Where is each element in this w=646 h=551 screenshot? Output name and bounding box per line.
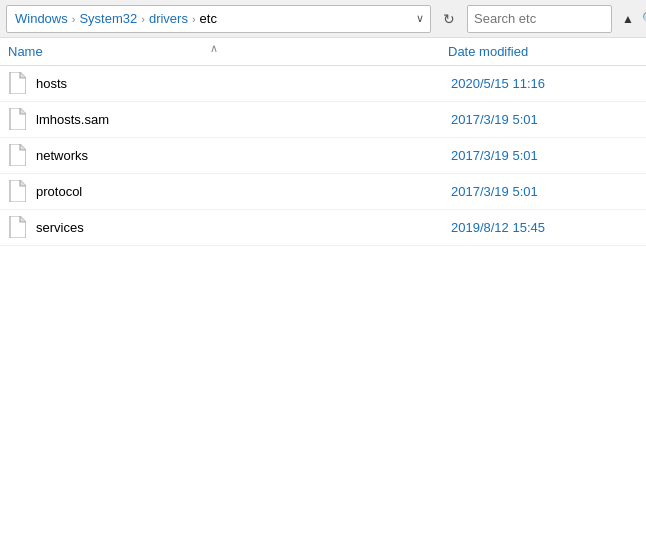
table-row[interactable]: lmhosts.sam2017/3/19 5:01 bbox=[0, 102, 646, 138]
column-date-header[interactable]: Date modified bbox=[448, 44, 528, 59]
file-name: networks bbox=[36, 148, 451, 163]
file-list: hosts2020/5/15 11:16 lmhosts.sam2017/3/1… bbox=[0, 66, 646, 246]
file-date: 2020/5/15 11:16 bbox=[451, 76, 545, 91]
breadcrumb-etc: etc bbox=[198, 11, 219, 26]
file-name: lmhosts.sam bbox=[36, 112, 451, 127]
search-icon: 🔍 bbox=[642, 11, 646, 26]
table-row[interactable]: networks2017/3/19 5:01 bbox=[0, 138, 646, 174]
file-icon bbox=[8, 180, 28, 204]
sort-arrow-icon: ∧ bbox=[210, 42, 218, 55]
table-row[interactable]: hosts2020/5/15 11:16 bbox=[0, 66, 646, 102]
table-row[interactable]: services2019/8/12 15:45 bbox=[0, 210, 646, 246]
collapse-button[interactable]: ▲ bbox=[616, 7, 640, 31]
file-name: hosts bbox=[36, 76, 451, 91]
file-date: 2017/3/19 5:01 bbox=[451, 184, 538, 199]
file-date: 2019/8/12 15:45 bbox=[451, 220, 545, 235]
dropdown-icon[interactable]: ∨ bbox=[416, 12, 424, 25]
column-header: ∧ Name Date modified bbox=[0, 38, 646, 66]
breadcrumb-windows[interactable]: Windows bbox=[13, 11, 70, 26]
file-name: protocol bbox=[36, 184, 451, 199]
breadcrumb-drivers[interactable]: drivers bbox=[147, 11, 190, 26]
column-name-header[interactable]: Name bbox=[8, 44, 448, 59]
file-icon bbox=[8, 72, 28, 96]
search-box: 🔍 bbox=[467, 5, 612, 33]
file-icon bbox=[8, 144, 28, 168]
table-row[interactable]: protocol2017/3/19 5:01 bbox=[0, 174, 646, 210]
file-date: 2017/3/19 5:01 bbox=[451, 148, 538, 163]
breadcrumb-sep-2: › bbox=[141, 13, 145, 25]
file-icon bbox=[8, 216, 28, 240]
top-bar: Windows › System32 › drivers › etc ∨ ↻ 🔍… bbox=[0, 0, 646, 38]
breadcrumb-system32[interactable]: System32 bbox=[77, 11, 139, 26]
refresh-button[interactable]: ↻ bbox=[437, 7, 461, 31]
breadcrumb-sep-1: › bbox=[72, 13, 76, 25]
breadcrumb-area: Windows › System32 › drivers › etc ∨ bbox=[6, 5, 431, 33]
file-date: 2017/3/19 5:01 bbox=[451, 112, 538, 127]
file-icon bbox=[8, 108, 28, 132]
breadcrumb-sep-3: › bbox=[192, 13, 196, 25]
file-name: services bbox=[36, 220, 451, 235]
